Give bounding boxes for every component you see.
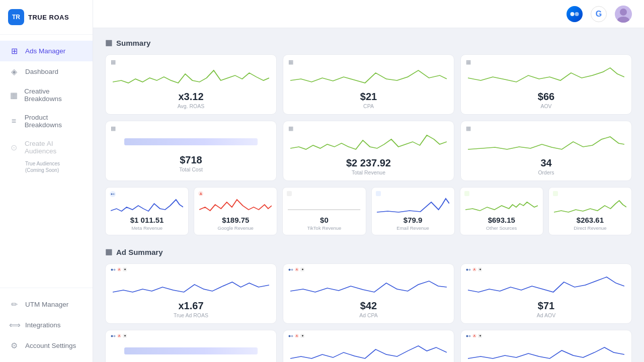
email-icon [376,191,381,196]
true-ad-roas-value: x1.67 [113,300,269,311]
svg-point-0 [571,12,575,16]
orders-value: 34 [468,157,624,168]
meta-integration-icon[interactable] [567,6,583,22]
other-sources-value: $693.15 [465,216,538,224]
google-revenue-value: $189.75 [199,216,272,224]
cpa-label: CPA [290,103,447,109]
svg-point-8 [114,268,116,270]
summary-section: ▦ Summary ▦ x3.12 Avg. ROAS ▦ [105,38,632,235]
true-ad-roas-card: A ✦ x1.67 True Ad ROAS [105,263,277,324]
total-cost-card: ▦ $718 Total Cost [105,121,277,181]
orders-card: ▦ 34 Orders [460,121,632,181]
cpa-card: ▦ $21 CPA [283,54,454,115]
ad-summary-header: ▦ Ad Summary [105,247,632,256]
google-icon-group: A [198,191,203,196]
svg-point-17 [466,335,468,337]
true-ad-roas-label: True Ad ROAS [113,312,269,318]
sidebar-label-ai: Create AI Audiences [25,140,84,155]
google-revenue-label: Google Revenue [199,225,272,231]
google-integration-icon[interactable]: G [591,6,607,22]
sidebar-item-creative-breakdowns[interactable]: ▦ Creative Breakdowns [0,82,93,108]
dashboard-icon: ◈ [9,67,19,76]
meta-revenue-label: Meta Revenue [111,225,183,231]
summary-icon: ▦ [105,38,112,47]
cpa-card-icon: ▦ [288,59,293,65]
total-cost-icon: ▦ [111,125,116,132]
sidebar-label-ads-manager: Ads Manager [25,47,65,55]
ad-cpa-value: $42 [290,300,447,311]
email-revenue-card: $79.9 Email Revenue [371,187,455,235]
svg-point-16 [291,335,293,337]
sidebar-label-integrations: Integrations [25,321,61,329]
ad-summary-row1: A ✦ x1.67 True Ad ROAS A ✦ [105,263,632,324]
tiktok-revenue-card: $0 TikTok Revenue [282,187,366,235]
roas-value: x3.12 [113,91,269,102]
ad-revenue-icons: A ✦ [288,334,304,338]
logo: TR TRUE ROAS [0,0,93,35]
aov-label: AOV [468,103,624,109]
meta-revenue-card: $1 011.51 Meta Revenue [105,187,189,235]
grid-icon: ⊞ [9,46,19,56]
sidebar-item-create-ai-audiences: ⊙ Create AI Audiences [0,134,93,160]
creative-icon: ▦ [9,90,18,100]
sidebar-label-product: Product Breakdowns [25,114,84,129]
content-area: ▦ Summary ▦ x3.12 Avg. ROAS ▦ [93,28,644,362]
sidebar-label-dashboard: Dashboard [25,68,58,75]
svg-point-12 [469,268,471,270]
email-revenue-label: Email Revenue [377,225,449,231]
sidebar-item-product-breakdowns[interactable]: ≡ Product Breakdowns [0,108,93,134]
sidebar-label-settings: Account Settings [25,342,76,349]
sidebar-item-account-settings[interactable]: ⚙ Account Settings [0,335,93,356]
coming-soon-label: True Audiences (Coming Soon) [0,160,93,177]
svg-point-2 [620,9,627,16]
tiktok-revenue-value: $0 [288,216,360,224]
roas-card: ▦ x3.12 Avg. ROAS [105,54,277,115]
summary-row3: $1 011.51 Meta Revenue A $189.75 Google … [105,187,632,235]
integrations-icon: ⟺ [9,320,19,330]
svg-point-15 [289,335,291,337]
orders-label: Orders [468,169,624,175]
other-sources-card: $693.15 Other Sources [460,187,543,235]
roas-label: Avg. ROAS [113,103,269,109]
ad-summary-icon: ▦ [105,247,112,256]
total-revenue-card: ▦ $2 237.92 Total Revenue [283,121,454,181]
logo-text: TRUE ROAS [28,14,69,21]
ad-aov-value: $71 [468,300,624,311]
sidebar-label-creative: Creative Breakdowns [24,87,84,103]
meta-revenue-value: $1 011.51 [111,216,183,224]
google-revenue-card: A $189.75 Google Revenue [194,187,277,235]
svg-point-4 [111,193,112,195]
svg-point-11 [466,268,468,270]
tiktok-icon [287,191,292,196]
sidebar-item-utm-manager[interactable]: ✏ UTM Manager [0,294,93,315]
topbar: G [93,0,644,28]
direct-revenue-card: $263.61 Direct Revenue [548,187,632,235]
summary-row2: ▦ $718 Total Cost ▦ $2 237.92 Tota [105,121,632,181]
sidebar-label-utm: UTM Manager [25,301,68,308]
aov-value: $66 [468,91,624,102]
logo-icon: TR [8,9,24,25]
svg-point-18 [469,335,471,337]
svg-point-13 [111,335,113,337]
user-avatar[interactable] [615,6,632,23]
other-sources-label: Other Sources [465,225,538,231]
svg-point-7 [111,268,113,270]
email-revenue-value: $79.9 [377,216,449,224]
sidebar-item-dashboard[interactable]: ◈ Dashboard [0,61,93,82]
sidebar-item-ads-manager[interactable]: ⊞ Ads Manager [0,41,93,61]
ad-cpa-label: Ad CPA [290,312,447,318]
total-cost-label: Total Cost [113,166,269,172]
sidebar-item-integrations[interactable]: ⟺ Integrations [0,315,93,335]
sidebar: TR TRUE ROAS ⊞ Ads Manager ◈ Dashboard ▦… [0,0,93,362]
settings-icon: ⚙ [9,341,19,350]
ad-spend-icons: A ✦ [111,334,127,338]
svg-point-3 [617,17,629,23]
ad-summary-title: Ad Summary [116,248,163,256]
total-revenue-label: Total Revenue [290,169,447,175]
sidebar-nav: ⊞ Ads Manager ◈ Dashboard ▦ Creative Bre… [0,35,93,288]
direct-icon [553,191,558,196]
svg-point-1 [575,12,579,16]
product-icon: ≡ [9,117,19,126]
summary-row1: ▦ x3.12 Avg. ROAS ▦ [105,54,632,115]
direct-revenue-label: Direct Revenue [554,225,626,231]
